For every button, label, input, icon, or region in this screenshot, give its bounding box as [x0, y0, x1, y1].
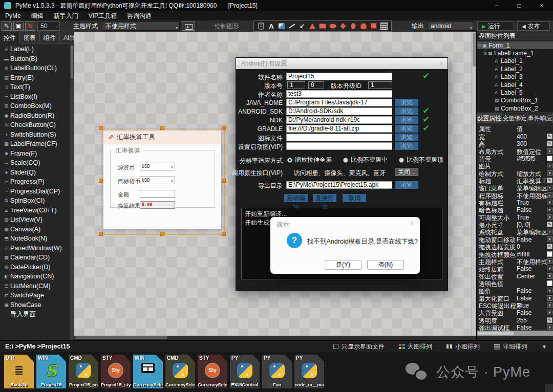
widget-list-item[interactable]: ● Slider(Q)	[0, 168, 70, 178]
widget-list-item[interactable]: ◖ SwitchButton(S)	[0, 130, 70, 140]
property-row[interactable]: 系统托盘 菜单编辑区	[477, 228, 553, 235]
property-edit-control[interactable]	[547, 324, 552, 330]
radio-option[interactable]: 比例不变居中	[343, 156, 388, 164]
widget-list-item[interactable]: ≣ TreeView(Ctl+T)	[0, 206, 70, 215]
field-input[interactable]	[286, 134, 392, 141]
menu-item[interactable]: 咨询沟通	[122, 11, 157, 20]
widget-list-item[interactable]: ▣ ShowCase	[0, 300, 70, 310]
widget-list-item[interactable]: ◔ ProgressDial(CP)	[0, 187, 70, 197]
property-edit-control[interactable]	[547, 141, 552, 146]
browse-button[interactable]: 浏览	[395, 142, 418, 150]
property-edit-control[interactable]	[547, 295, 552, 301]
form-button[interactable]: 清空	[103, 214, 127, 222]
radio-option[interactable]: 缩放拉伸全屏	[287, 156, 332, 164]
breadcrumb[interactable]: E:\ >PyMe >Project15	[5, 341, 70, 352]
shape-tool-icon[interactable]	[298, 23, 306, 30]
property-row[interactable]: 透明度 255	[477, 317, 553, 324]
property-edit-control[interactable]	[547, 310, 552, 315]
selection-handle[interactable]	[160, 126, 164, 130]
property-value[interactable]: True	[517, 214, 529, 221]
publish-button[interactable]: ◀ 发布	[517, 21, 550, 31]
dialog-action-button[interactable]: 直接打包	[313, 194, 336, 202]
file-tile[interactable]: WIN S Sty ≣ Project15	[36, 355, 66, 388]
selection-handle[interactable]	[160, 232, 164, 236]
widget-panel-tab[interactable]: 图表	[20, 32, 40, 43]
property-value[interactable]: False	[517, 265, 531, 272]
widget-list-item[interactable]: ◫ PanedWindow(W)	[0, 244, 70, 253]
property-value[interactable]: False	[517, 295, 531, 302]
tree-expander-icon[interactable]: ⊟	[478, 43, 482, 48]
tree-node[interactable]: A Label_1	[477, 57, 553, 65]
browse-button[interactable]: 浏览	[395, 99, 418, 106]
maximize-button[interactable]: □	[508, 0, 530, 11]
widget-list-item[interactable]: A Label(L)	[0, 45, 70, 54]
field-input[interactable]	[286, 142, 392, 150]
form-field-control[interactable]	[140, 190, 175, 198]
property-value[interactable]: False	[517, 309, 531, 316]
run-button[interactable]: ▶ 运行	[477, 21, 514, 31]
output-target-select[interactable]: android ▾	[427, 21, 474, 31]
property-row[interactable]: 有标题栏 True	[477, 199, 553, 206]
property-row[interactable]: 拖动窗口移动 False	[477, 236, 553, 243]
property-value[interactable]: Center	[517, 273, 535, 280]
tree-node[interactable]: ⊟ ▦ LabelFrame_1	[477, 49, 553, 57]
menu-item[interactable]: 新手入门	[49, 11, 83, 20]
widget-panel-tab[interactable]: 控件	[0, 32, 20, 43]
property-row[interactable]: 布局方式 数值定位	[477, 148, 553, 155]
filter-ui-files-checkbox[interactable]: 只显示界面文件	[333, 342, 385, 351]
widget-list-item[interactable]: ▯ Text(T)	[0, 82, 70, 92]
widget-list-item[interactable]: ▬ Button(B)	[0, 54, 70, 64]
file-tile[interactable]: CMD S Sty ≣ CurrencySele	[165, 355, 195, 388]
property-row[interactable]: 宽 400	[477, 133, 553, 140]
property-edit-control[interactable]	[547, 236, 552, 242]
widget-list-item[interactable]: ▩ Canvas(A)	[0, 225, 70, 234]
property-row[interactable]: ESC键退出程序 True	[477, 302, 553, 309]
view-mode-button[interactable]: 详细排列	[494, 342, 527, 351]
widget-list-item[interactable]: ⊙ LabelButton(CL)	[0, 63, 70, 73]
file-tile[interactable]: CMD S Sty ≣ Project15_cn	[69, 355, 98, 388]
property-edit-control[interactable]	[547, 214, 552, 220]
property-edit-control[interactable]	[547, 148, 552, 154]
radio-option[interactable]: 比例不变居顶	[399, 156, 443, 164]
property-value[interactable]: 255	[517, 317, 527, 324]
property-edit-control[interactable]	[547, 185, 552, 190]
widget-list-item[interactable]: ▧ DatePicker(D)	[0, 263, 70, 272]
version-major-input[interactable]: 1	[287, 81, 305, 89]
property-grid-scrollbar[interactable]	[477, 331, 553, 336]
form-field-control[interactable]: USD	[140, 163, 175, 170]
menu-item[interactable]: VIP工具箱	[83, 11, 122, 20]
property-edit-control[interactable]	[547, 170, 552, 176]
property-edit-control[interactable]	[547, 273, 552, 279]
property-row[interactable]: 暗色标题 False	[477, 206, 553, 213]
close-button[interactable]: ×	[530, 0, 553, 11]
widget-list-item[interactable]: ⇄ SwitchPage	[0, 291, 70, 300]
selection-handle[interactable]	[99, 232, 103, 236]
property-row[interactable]: 主题样式 不使用样式	[477, 258, 553, 265]
widget-list-scrollbar[interactable]	[70, 45, 74, 340]
field-input[interactable]: file:///D:/gradle-8.11-all.zip	[286, 125, 392, 133]
property-value[interactable]: 0	[517, 243, 520, 250]
shape-tool-icon[interactable]	[359, 23, 368, 30]
menu-item[interactable]: PyMe	[0, 11, 26, 20]
screen-cast-icon[interactable]	[182, 21, 195, 31]
widget-list-item[interactable]: 导入界面	[0, 310, 70, 319]
property-row[interactable]: 高 300	[477, 140, 553, 147]
radio-icon[interactable]	[399, 158, 404, 163]
property-tab[interactable]: 设置属性	[477, 113, 502, 123]
property-value[interactable]: False	[517, 206, 531, 213]
property-value[interactable]: True	[517, 302, 529, 309]
tree-node[interactable]: A Label_4	[477, 81, 553, 89]
selection-handle[interactable]	[222, 126, 226, 130]
file-tile[interactable]: STY S Sty ≣ CurrencySele	[198, 355, 227, 388]
widget-list-item[interactable]: ☒ CheckButton(C)	[0, 120, 70, 130]
close-icon[interactable]: ×	[439, 60, 448, 68]
property-edit-control[interactable]	[547, 200, 552, 205]
shape-tool-icon[interactable]	[308, 23, 316, 30]
property-row[interactable]: 最小尺寸 [0, 0]	[477, 221, 553, 228]
property-value[interactable]: 300	[517, 140, 527, 147]
property-row[interactable]: 拖拽边框颜色 #ffffff	[477, 251, 553, 258]
shape-tool-icon[interactable]	[257, 23, 265, 30]
tree-node[interactable]: ▤ ComboBox_2	[477, 104, 553, 112]
view-mode-button[interactable]: 大图排列	[399, 342, 432, 351]
menu-item[interactable]: 编辑	[26, 11, 49, 20]
